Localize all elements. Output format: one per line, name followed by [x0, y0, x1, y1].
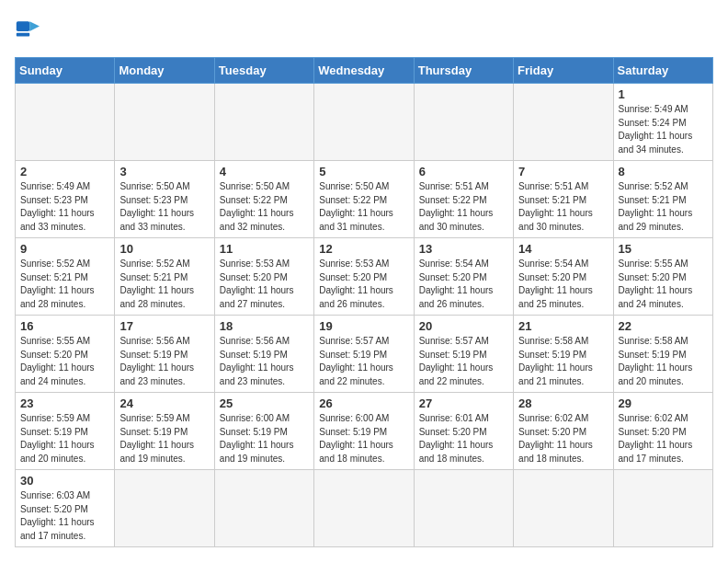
day-cell: [214, 84, 313, 161]
week-row-4: 16Sunrise: 5:55 AM Sunset: 5:20 PM Dayli…: [16, 316, 713, 393]
day-cell: [314, 470, 414, 547]
day-cell: [514, 470, 613, 547]
day-cell: 1Sunrise: 5:49 AM Sunset: 5:24 PM Daylig…: [613, 84, 712, 161]
day-number: 28: [518, 396, 608, 410]
day-cell: 3Sunrise: 5:50 AM Sunset: 5:23 PM Daylig…: [115, 161, 214, 238]
day-number: 22: [619, 319, 708, 333]
day-info: Sunrise: 5:50 AM Sunset: 5:22 PM Dayligh…: [220, 180, 309, 234]
day-cell: 24Sunrise: 5:59 AM Sunset: 5:19 PM Dayli…: [115, 393, 214, 470]
day-info: Sunrise: 5:53 AM Sunset: 5:20 PM Dayligh…: [319, 258, 408, 311]
day-number: 20: [419, 319, 508, 333]
day-number: 30: [20, 474, 109, 488]
day-number: 10: [119, 242, 209, 256]
day-cell: 29Sunrise: 6:02 AM Sunset: 5:20 PM Dayli…: [613, 393, 712, 470]
day-cell: 14Sunrise: 5:54 AM Sunset: 5:20 PM Dayli…: [514, 238, 613, 316]
weekday-thursday: Thursday: [414, 58, 513, 84]
day-number: 14: [518, 242, 608, 256]
day-cell: 8Sunrise: 5:52 AM Sunset: 5:21 PM Daylig…: [613, 161, 712, 238]
day-cell: 22Sunrise: 5:58 AM Sunset: 5:19 PM Dayli…: [613, 316, 712, 393]
day-number: 13: [419, 242, 508, 256]
day-cell: 6Sunrise: 5:51 AM Sunset: 5:22 PM Daylig…: [414, 161, 513, 238]
day-number: 18: [220, 319, 309, 333]
svg-rect-2: [17, 33, 29, 37]
day-cell: [16, 84, 115, 161]
day-info: Sunrise: 5:50 AM Sunset: 5:23 PM Dayligh…: [119, 180, 209, 234]
day-cell: 18Sunrise: 5:56 AM Sunset: 5:19 PM Dayli…: [214, 316, 313, 393]
day-info: Sunrise: 5:59 AM Sunset: 5:19 PM Dayligh…: [20, 412, 109, 465]
day-number: 17: [119, 319, 209, 333]
weekday-tuesday: Tuesday: [214, 58, 313, 84]
day-info: Sunrise: 5:52 AM Sunset: 5:21 PM Dayligh…: [20, 258, 109, 311]
day-info: Sunrise: 5:56 AM Sunset: 5:19 PM Dayligh…: [119, 335, 209, 388]
day-info: Sunrise: 5:49 AM Sunset: 5:23 PM Dayligh…: [20, 180, 109, 234]
day-number: 1: [619, 87, 708, 101]
day-cell: 11Sunrise: 5:53 AM Sunset: 5:20 PM Dayli…: [214, 238, 313, 316]
week-row-5: 23Sunrise: 5:59 AM Sunset: 5:19 PM Dayli…: [16, 393, 713, 470]
day-number: 16: [20, 319, 109, 333]
day-info: Sunrise: 6:03 AM Sunset: 5:20 PM Dayligh…: [20, 489, 109, 543]
day-number: 4: [220, 165, 309, 178]
day-cell: 9Sunrise: 5:52 AM Sunset: 5:21 PM Daylig…: [16, 238, 115, 316]
day-info: Sunrise: 6:02 AM Sunset: 5:20 PM Dayligh…: [518, 412, 608, 465]
day-cell: 10Sunrise: 5:52 AM Sunset: 5:21 PM Dayli…: [115, 238, 214, 316]
day-cell: 7Sunrise: 5:51 AM Sunset: 5:21 PM Daylig…: [514, 161, 613, 238]
day-cell: [115, 84, 214, 161]
day-info: Sunrise: 5:50 AM Sunset: 5:22 PM Dayligh…: [319, 180, 408, 234]
day-info: Sunrise: 6:00 AM Sunset: 5:19 PM Dayligh…: [319, 412, 408, 465]
weekday-header-row: SundayMondayTuesdayWednesdayThursdayFrid…: [16, 58, 713, 84]
day-number: 25: [220, 396, 309, 410]
day-cell: 5Sunrise: 5:50 AM Sunset: 5:22 PM Daylig…: [314, 161, 414, 238]
day-cell: 30Sunrise: 6:03 AM Sunset: 5:20 PM Dayli…: [16, 470, 115, 547]
day-number: 21: [518, 319, 608, 333]
day-number: 19: [319, 319, 408, 333]
day-info: Sunrise: 5:57 AM Sunset: 5:19 PM Dayligh…: [319, 335, 408, 388]
week-row-6: 30Sunrise: 6:03 AM Sunset: 5:20 PM Dayli…: [16, 470, 713, 547]
day-info: Sunrise: 6:01 AM Sunset: 5:20 PM Dayligh…: [419, 412, 508, 465]
day-info: Sunrise: 5:49 AM Sunset: 5:24 PM Dayligh…: [619, 103, 708, 156]
day-number: 12: [319, 242, 408, 256]
day-cell: 28Sunrise: 6:02 AM Sunset: 5:20 PM Dayli…: [514, 393, 613, 470]
header: [15, 15, 713, 48]
day-cell: 27Sunrise: 6:01 AM Sunset: 5:20 PM Dayli…: [414, 393, 513, 470]
day-cell: 4Sunrise: 5:50 AM Sunset: 5:22 PM Daylig…: [214, 161, 313, 238]
day-number: 27: [419, 396, 508, 410]
day-cell: [414, 470, 513, 547]
day-info: Sunrise: 5:53 AM Sunset: 5:20 PM Dayligh…: [220, 258, 309, 311]
day-cell: 16Sunrise: 5:55 AM Sunset: 5:20 PM Dayli…: [16, 316, 115, 393]
day-info: Sunrise: 5:58 AM Sunset: 5:19 PM Dayligh…: [619, 335, 708, 388]
day-cell: 12Sunrise: 5:53 AM Sunset: 5:20 PM Dayli…: [314, 238, 414, 316]
day-cell: [115, 470, 214, 547]
day-info: Sunrise: 5:55 AM Sunset: 5:20 PM Dayligh…: [20, 335, 109, 388]
day-cell: 23Sunrise: 5:59 AM Sunset: 5:19 PM Dayli…: [16, 393, 115, 470]
week-row-1: 1Sunrise: 5:49 AM Sunset: 5:24 PM Daylig…: [16, 84, 713, 161]
day-number: 29: [619, 396, 708, 410]
day-number: 26: [319, 396, 408, 410]
day-cell: 26Sunrise: 6:00 AM Sunset: 5:19 PM Dayli…: [314, 393, 414, 470]
day-info: Sunrise: 5:54 AM Sunset: 5:20 PM Dayligh…: [419, 258, 508, 311]
day-cell: 2Sunrise: 5:49 AM Sunset: 5:23 PM Daylig…: [16, 161, 115, 238]
day-cell: 19Sunrise: 5:57 AM Sunset: 5:19 PM Dayli…: [314, 316, 414, 393]
weekday-wednesday: Wednesday: [314, 58, 414, 84]
day-cell: 21Sunrise: 5:58 AM Sunset: 5:19 PM Dayli…: [514, 316, 613, 393]
day-cell: [314, 84, 414, 161]
svg-marker-1: [29, 21, 40, 31]
logo: [15, 15, 53, 48]
day-cell: [414, 84, 513, 161]
day-info: Sunrise: 5:59 AM Sunset: 5:19 PM Dayligh…: [119, 412, 209, 465]
day-number: 23: [20, 396, 109, 410]
day-info: Sunrise: 6:02 AM Sunset: 5:20 PM Dayligh…: [619, 412, 708, 465]
day-cell: [514, 84, 613, 161]
day-cell: 15Sunrise: 5:55 AM Sunset: 5:20 PM Dayli…: [613, 238, 712, 316]
weekday-monday: Monday: [115, 58, 214, 84]
day-cell: 25Sunrise: 6:00 AM Sunset: 5:19 PM Dayli…: [214, 393, 313, 470]
svg-rect-0: [17, 21, 29, 31]
day-info: Sunrise: 5:57 AM Sunset: 5:19 PM Dayligh…: [419, 335, 508, 388]
day-number: 24: [119, 396, 209, 410]
day-number: 2: [20, 165, 109, 178]
day-cell: 20Sunrise: 5:57 AM Sunset: 5:19 PM Dayli…: [414, 316, 513, 393]
day-info: Sunrise: 5:52 AM Sunset: 5:21 PM Dayligh…: [119, 258, 209, 311]
day-cell: [613, 470, 712, 547]
day-number: 3: [119, 165, 209, 178]
logo-icon: [15, 15, 48, 48]
day-number: 6: [419, 165, 508, 178]
